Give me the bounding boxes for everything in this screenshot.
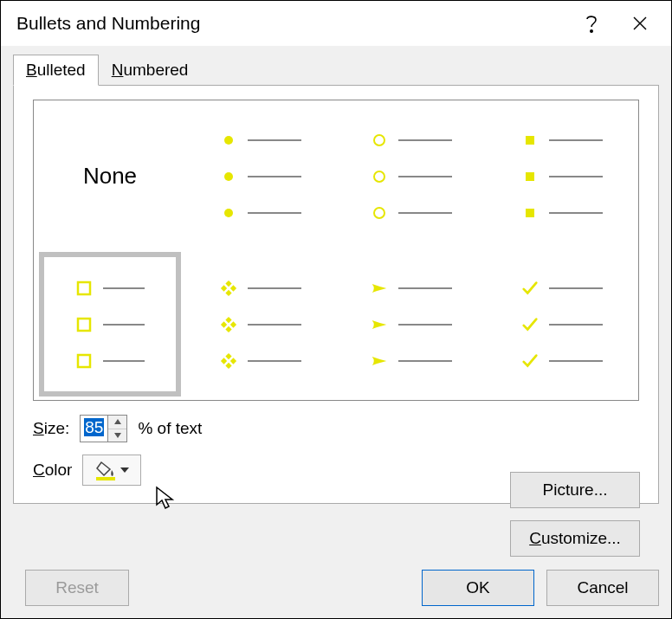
gallery-item-none[interactable]: None [39, 104, 181, 248]
gallery-item-filled-circle[interactable] [190, 104, 332, 248]
size-spin-up[interactable] [108, 416, 126, 429]
dialog-footer: Reset OK Cancel [13, 561, 659, 606]
gallery-item-arrow[interactable] [340, 252, 482, 397]
gallery-item-hollow-square[interactable] [39, 252, 181, 397]
size-value[interactable]: 85 [84, 418, 104, 436]
svg-rect-12 [78, 282, 90, 294]
svg-rect-14 [78, 355, 90, 367]
gallery-item-filled-square[interactable] [491, 104, 633, 248]
svg-point-8 [374, 208, 384, 218]
gallery-item-hollow-circle[interactable] [340, 104, 482, 248]
tab-strip: Bulleted Numbered [13, 55, 659, 86]
color-picker-button[interactable] [82, 455, 141, 486]
ok-button[interactable]: OK [422, 570, 534, 606]
svg-point-3 [224, 136, 233, 145]
bullet-gallery: None [33, 100, 639, 401]
tab-bulleted[interactable]: Bulleted [13, 55, 99, 86]
svg-rect-13 [78, 319, 90, 331]
tab-bulleted-rest: ulleted [37, 61, 86, 79]
tab-numbered-rest: umbered [123, 61, 188, 79]
svg-point-4 [224, 172, 233, 181]
svg-rect-10 [526, 172, 534, 181]
svg-point-5 [224, 209, 233, 217]
dialog-title: Bullets and Numbering [16, 13, 567, 34]
help-button[interactable] [567, 1, 616, 46]
right-buttons: Picture... Customize... [510, 472, 640, 557]
size-row: Size: 85 % of text [33, 415, 639, 442]
titlebar: Bullets and Numbering [1, 1, 671, 46]
size-suffix: % of text [138, 419, 202, 438]
picture-button[interactable]: Picture... [510, 472, 640, 508]
size-spinner[interactable]: 85 [80, 415, 127, 442]
chevron-down-icon [120, 467, 129, 473]
paint-bucket-icon [94, 460, 117, 480]
close-button[interactable] [616, 1, 664, 46]
dialog-window: Bullets and Numbering Bulleted Numbered … [0, 0, 672, 619]
none-label: None [83, 163, 137, 190]
reset-button[interactable]: Reset [25, 570, 129, 606]
gallery-item-diamond-cluster[interactable] [190, 252, 332, 397]
svg-rect-15 [96, 477, 115, 480]
tab-panel: None [13, 85, 659, 504]
size-label: Size: [33, 419, 69, 438]
cancel-button[interactable]: Cancel [546, 570, 659, 606]
color-label: Color [33, 461, 72, 480]
svg-point-6 [374, 135, 384, 145]
svg-rect-11 [526, 209, 534, 217]
dialog-body: Bulleted Numbered None [1, 46, 671, 618]
tab-numbered[interactable]: Numbered [99, 55, 202, 86]
customize-button[interactable]: Customize... [510, 520, 640, 557]
svg-rect-9 [526, 136, 534, 145]
gallery-item-checkmark[interactable] [491, 252, 633, 397]
svg-point-0 [591, 30, 592, 32]
svg-point-7 [374, 171, 384, 182]
size-spin-down[interactable] [108, 429, 126, 442]
